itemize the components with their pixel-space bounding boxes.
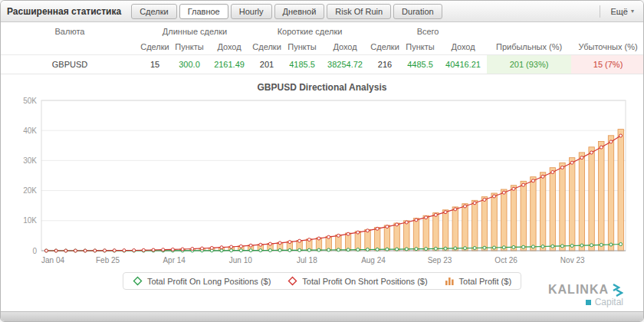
svg-text:40K: 40K — [23, 127, 37, 135]
legend-label: Total Profit ($) — [459, 277, 511, 286]
svg-text:Nov 23: Nov 23 — [560, 256, 585, 264]
legend-label: Total Profit On Long Positions ($) — [147, 277, 271, 286]
more-button[interactable]: Ещё ▾ — [607, 5, 637, 18]
legend-label: Total Profit On Short Positions ($) — [302, 277, 427, 286]
page-title: Расширенная статистика — [7, 6, 121, 17]
tab-daily[interactable]: Дневной — [274, 4, 325, 19]
cell-long-points: 300.0 — [171, 55, 208, 74]
col-total-income: Доход — [439, 39, 487, 55]
col-short-points: Пункты — [283, 39, 321, 55]
col-total-deals: Сделки — [369, 39, 401, 55]
cell-short-points: 4185.5 — [283, 55, 321, 74]
tab-risk-of-ruin[interactable]: Risk Of Ruin — [327, 4, 391, 19]
cell-total-income: 40416.21 — [439, 55, 487, 74]
more-button-label: Ещё — [610, 7, 628, 16]
bar-series-icon — [445, 276, 455, 286]
legend-item-total-profit: Total Profit ($) — [445, 276, 511, 286]
col-short-income: Доход — [321, 39, 369, 55]
toolbar-divider — [600, 5, 600, 18]
cell-short-income: 38254.72 — [321, 55, 369, 74]
col-group-empty — [487, 22, 644, 39]
diamond-marker-icon — [288, 276, 297, 286]
col-total-points: Пункты — [401, 39, 439, 55]
cell-profitable: 201 (93%) — [487, 55, 571, 74]
svg-text:Apr 14: Apr 14 — [163, 256, 186, 264]
diamond-marker-icon — [133, 276, 143, 286]
cell-short-deals: 201 — [251, 55, 283, 74]
cell-total-points: 4485.5 — [401, 55, 439, 74]
table-group-header-row: Валюта Длинные сделки Короткие сделки Вс… — [1, 22, 644, 39]
col-group-total: Всего — [369, 22, 487, 39]
svg-text:Jun 10: Jun 10 — [229, 256, 252, 264]
svg-text:Oct 26: Oct 26 — [495, 256, 518, 264]
svg-text:10K: 10K — [23, 216, 37, 225]
table-row: GBPUSD 15 300.0 2161.49 201 4185.5 38254… — [1, 55, 644, 74]
tab-duration[interactable]: Duration — [393, 4, 442, 19]
svg-text:50K: 50K — [23, 97, 37, 105]
col-long-income: Доход — [208, 39, 251, 55]
directional-analysis-chart: 010K20K30K40K50KJan 04Feb 25Apr 14Jun 10… — [9, 96, 635, 271]
cell-losing: 15 (7%) — [571, 55, 644, 74]
col-long-points: Пункты — [171, 39, 208, 55]
col-long-deals: Сделки — [139, 39, 171, 55]
chart-block: GBPUSD Directional Analysis 010K20K30K40… — [1, 74, 643, 311]
window-bottom-bar — [1, 311, 643, 321]
svg-text:Aug 24: Aug 24 — [361, 256, 386, 264]
col-sub-empty — [1, 39, 139, 55]
report-widget: Расширенная статистика Сделки Главное Ho… — [0, 0, 644, 322]
legend-item: Total Profit On Long Positions ($) — [133, 276, 271, 286]
svg-text:Sep 23: Sep 23 — [428, 256, 452, 264]
svg-text:Jan 04: Jan 04 — [41, 256, 64, 264]
col-profitable: Прибыльных (%) — [487, 39, 571, 55]
col-losing: Убыточных (%) — [571, 39, 644, 55]
tab-main[interactable]: Главное — [179, 4, 228, 19]
cell-long-income: 2161.49 — [208, 55, 251, 74]
legend-item: Total Profit On Short Positions ($) — [288, 276, 427, 286]
tab-hourly[interactable]: Hourly — [231, 4, 272, 19]
svg-text:30K: 30K — [23, 156, 37, 165]
tab-deals[interactable]: Сделки — [131, 4, 177, 19]
svg-text:Jul 18: Jul 18 — [297, 256, 317, 264]
table-sub-header-row: Сделки Пункты Доход Сделки Пункты Доход … — [1, 39, 644, 55]
col-group-long: Длинные сделки — [139, 22, 251, 39]
col-header-currency: Валюта — [1, 22, 139, 39]
chart-title: GBPUSD Directional Analysis — [258, 82, 387, 93]
svg-text:Feb 25: Feb 25 — [96, 256, 120, 264]
svg-text:20K: 20K — [23, 186, 37, 195]
col-group-short: Короткие сделки — [251, 22, 369, 39]
cell-currency: GBPUSD — [1, 55, 139, 74]
col-short-deals: Сделки — [251, 39, 283, 55]
toolbar: Расширенная статистика Сделки Главное Ho… — [1, 1, 643, 22]
svg-text:0: 0 — [32, 247, 37, 255]
chevron-down-icon: ▾ — [631, 8, 634, 15]
chart-legend: Total Profit On Long Positions ($)Total … — [123, 272, 521, 290]
cell-long-deals: 15 — [139, 55, 171, 74]
stats-table: Валюта Длинные сделки Короткие сделки Вс… — [1, 22, 644, 74]
cell-total-deals: 216 — [369, 55, 401, 74]
